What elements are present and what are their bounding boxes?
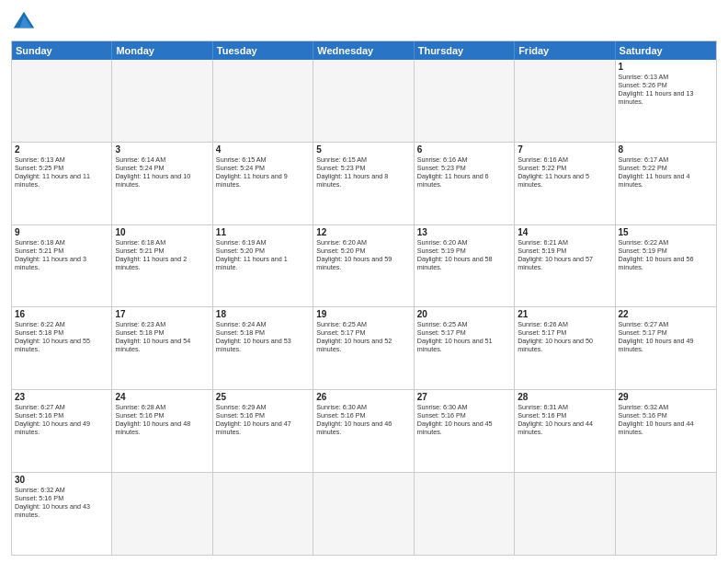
empty-cell [313,473,414,555]
cell-info: Sunrise: 6:16 AM Sunset: 5:23 PM Dayligh… [417,155,511,189]
day-number: 6 [417,144,511,155]
day-cell-11: 11Sunrise: 6:19 AM Sunset: 5:20 PM Dayli… [213,225,313,307]
cell-info: Sunrise: 6:29 AM Sunset: 5:16 PM Dayligh… [216,403,310,436]
day-number: 19 [316,309,410,319]
cell-info: Sunrise: 6:27 AM Sunset: 5:16 PM Dayligh… [15,403,108,436]
day-number: 11 [216,227,310,237]
cell-info: Sunrise: 6:32 AM Sunset: 5:16 PM Dayligh… [15,486,108,519]
cell-info: Sunrise: 6:15 AM Sunset: 5:23 PM Dayligh… [316,155,410,189]
calendar-row-0: 1Sunrise: 6:13 AM Sunset: 5:26 PM Daylig… [12,60,716,143]
header-day-sunday: Sunday [12,41,112,60]
day-cell-12: 12Sunrise: 6:20 AM Sunset: 5:20 PM Dayli… [313,225,414,307]
calendar-row-1: 2Sunrise: 6:13 AM Sunset: 5:25 PM Daylig… [12,143,716,225]
cell-info: Sunrise: 6:18 AM Sunset: 5:21 PM Dayligh… [115,238,209,271]
day-number: 8 [619,144,713,155]
day-cell-18: 18Sunrise: 6:24 AM Sunset: 5:18 PM Dayli… [213,307,313,389]
day-number: 30 [15,475,108,485]
cell-info: Sunrise: 6:17 AM Sunset: 5:22 PM Dayligh… [619,155,713,189]
day-cell-15: 15Sunrise: 6:22 AM Sunset: 5:19 PM Dayli… [616,225,716,307]
day-number: 22 [619,309,713,319]
day-number: 15 [619,227,713,237]
day-number: 29 [619,392,713,402]
day-cell-22: 22Sunrise: 6:27 AM Sunset: 5:17 PM Dayli… [616,307,716,389]
day-cell-24: 24Sunrise: 6:28 AM Sunset: 5:16 PM Dayli… [112,390,212,472]
cell-info: Sunrise: 6:32 AM Sunset: 5:16 PM Dayligh… [619,403,713,436]
day-number: 13 [417,227,511,237]
day-cell-13: 13Sunrise: 6:20 AM Sunset: 5:19 PM Dayli… [415,225,515,307]
cell-info: Sunrise: 6:14 AM Sunset: 5:24 PM Dayligh… [115,155,209,189]
day-number: 27 [417,392,511,402]
empty-cell [515,60,615,142]
day-cell-19: 19Sunrise: 6:25 AM Sunset: 5:17 PM Dayli… [313,307,414,389]
day-cell-30: 30Sunrise: 6:32 AM Sunset: 5:16 PM Dayli… [12,473,112,555]
day-number: 25 [216,392,310,402]
header-day-tuesday: Tuesday [213,41,313,60]
day-cell-5: 5Sunrise: 6:15 AM Sunset: 5:23 PM Daylig… [313,143,414,224]
day-number: 20 [417,309,511,319]
day-cell-9: 9Sunrise: 6:18 AM Sunset: 5:21 PM Daylig… [12,225,112,307]
empty-cell [213,473,313,555]
day-cell-8: 8Sunrise: 6:17 AM Sunset: 5:22 PM Daylig… [616,143,716,224]
calendar: SundayMondayTuesdayWednesdayThursdayFrid… [11,40,717,556]
cell-info: Sunrise: 6:22 AM Sunset: 5:19 PM Dayligh… [619,238,713,271]
page: SundayMondayTuesdayWednesdayThursdayFrid… [0,0,728,563]
cell-info: Sunrise: 6:23 AM Sunset: 5:18 PM Dayligh… [115,320,209,353]
empty-cell [313,60,414,142]
day-cell-3: 3Sunrise: 6:14 AM Sunset: 5:24 PM Daylig… [112,143,212,224]
cell-info: Sunrise: 6:18 AM Sunset: 5:21 PM Dayligh… [15,238,108,271]
cell-info: Sunrise: 6:24 AM Sunset: 5:18 PM Dayligh… [216,320,310,353]
day-cell-17: 17Sunrise: 6:23 AM Sunset: 5:18 PM Dayli… [112,307,212,389]
empty-cell [415,473,515,555]
day-cell-28: 28Sunrise: 6:31 AM Sunset: 5:16 PM Dayli… [515,390,615,472]
empty-cell [415,60,515,142]
logo-icon [11,9,37,35]
empty-cell [616,473,716,555]
day-number: 9 [15,227,108,237]
day-cell-21: 21Sunrise: 6:26 AM Sunset: 5:17 PM Dayli… [515,307,615,389]
cell-info: Sunrise: 6:25 AM Sunset: 5:17 PM Dayligh… [417,320,511,353]
day-number: 7 [518,144,611,155]
day-cell-7: 7Sunrise: 6:16 AM Sunset: 5:22 PM Daylig… [515,143,615,224]
day-number: 28 [518,392,611,402]
logo [11,9,40,35]
cell-info: Sunrise: 6:13 AM Sunset: 5:26 PM Dayligh… [619,73,713,106]
calendar-body: 1Sunrise: 6:13 AM Sunset: 5:26 PM Daylig… [12,60,716,555]
day-number: 1 [619,62,713,72]
day-cell-2: 2Sunrise: 6:13 AM Sunset: 5:25 PM Daylig… [12,143,112,224]
day-number: 4 [216,144,310,155]
empty-cell [12,60,112,142]
day-number: 21 [518,309,611,319]
header-day-thursday: Thursday [415,41,515,60]
header-day-saturday: Saturday [616,41,716,60]
cell-info: Sunrise: 6:21 AM Sunset: 5:19 PM Dayligh… [518,238,611,271]
day-cell-20: 20Sunrise: 6:25 AM Sunset: 5:17 PM Dayli… [415,307,515,389]
day-cell-23: 23Sunrise: 6:27 AM Sunset: 5:16 PM Dayli… [12,390,112,472]
calendar-header: SundayMondayTuesdayWednesdayThursdayFrid… [12,41,716,60]
day-number: 26 [316,392,410,402]
calendar-row-3: 16Sunrise: 6:22 AM Sunset: 5:18 PM Dayli… [12,307,716,390]
header-day-friday: Friday [515,41,615,60]
day-cell-26: 26Sunrise: 6:30 AM Sunset: 5:16 PM Dayli… [313,390,414,472]
day-number: 10 [115,227,209,237]
day-number: 12 [316,227,410,237]
cell-info: Sunrise: 6:20 AM Sunset: 5:19 PM Dayligh… [417,238,511,271]
header-day-monday: Monday [112,41,212,60]
cell-info: Sunrise: 6:20 AM Sunset: 5:20 PM Dayligh… [316,238,410,271]
cell-info: Sunrise: 6:30 AM Sunset: 5:16 PM Dayligh… [417,403,511,436]
empty-cell [112,473,212,555]
day-cell-6: 6Sunrise: 6:16 AM Sunset: 5:23 PM Daylig… [415,143,515,224]
cell-info: Sunrise: 6:25 AM Sunset: 5:17 PM Dayligh… [316,320,410,353]
day-cell-27: 27Sunrise: 6:30 AM Sunset: 5:16 PM Dayli… [415,390,515,472]
cell-info: Sunrise: 6:13 AM Sunset: 5:25 PM Dayligh… [15,155,108,189]
header [11,9,717,35]
day-cell-14: 14Sunrise: 6:21 AM Sunset: 5:19 PM Dayli… [515,225,615,307]
cell-info: Sunrise: 6:16 AM Sunset: 5:22 PM Dayligh… [518,155,611,189]
cell-info: Sunrise: 6:15 AM Sunset: 5:24 PM Dayligh… [216,155,310,189]
day-number: 17 [115,309,209,319]
day-number: 5 [316,144,410,155]
day-number: 18 [216,309,310,319]
header-day-wednesday: Wednesday [313,41,414,60]
day-number: 16 [15,309,108,319]
day-cell-10: 10Sunrise: 6:18 AM Sunset: 5:21 PM Dayli… [112,225,212,307]
calendar-row-2: 9Sunrise: 6:18 AM Sunset: 5:21 PM Daylig… [12,225,716,308]
